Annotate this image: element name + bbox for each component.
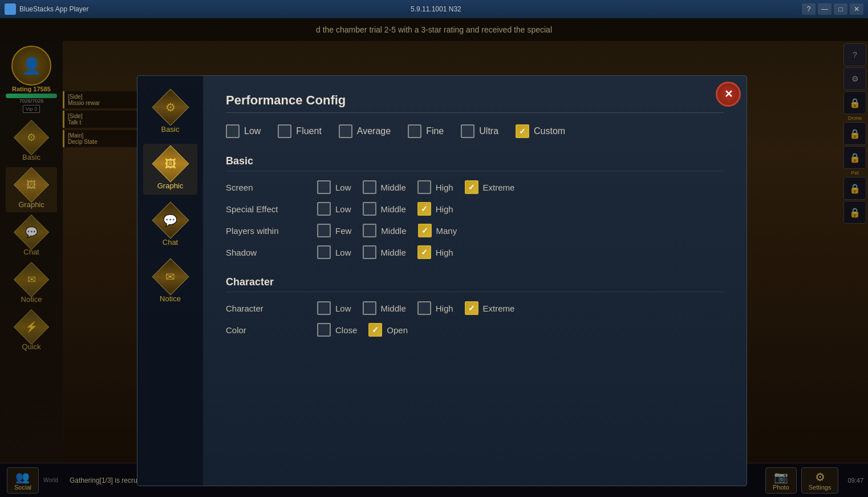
ch-low-checkbox[interactable] <box>317 301 331 315</box>
preset-low[interactable]: Low <box>226 124 261 138</box>
ch-middle-checkbox[interactable] <box>363 301 376 315</box>
preset-row: Low Fluent Average Fine Ultra <box>226 124 724 138</box>
preset-average[interactable]: Average <box>339 124 391 138</box>
sh-high-label: High <box>436 248 453 257</box>
modal-notice-label: Notice <box>160 294 181 303</box>
modal-nav-basic[interactable]: ⚙ Basic <box>143 87 197 138</box>
sh-high[interactable]: ✓ High <box>417 245 453 259</box>
preset-fluent[interactable]: Fluent <box>278 124 321 138</box>
preset-fluent-label: Fluent <box>296 126 321 136</box>
preset-fine-checkbox[interactable] <box>408 124 421 138</box>
color-close-label: Close <box>335 325 357 335</box>
modal-graphic-label: Graphic <box>157 181 184 190</box>
color-open[interactable]: ✓ Open <box>368 323 408 337</box>
color-close-checkbox[interactable] <box>317 323 331 337</box>
ch-high-label: High <box>436 304 453 313</box>
screen-extreme-checkbox[interactable]: ✓ <box>465 180 478 194</box>
se-low[interactable]: Low <box>317 202 351 216</box>
modal-close-button[interactable]: ✕ <box>716 82 741 107</box>
ch-extreme-label: Extreme <box>483 304 515 313</box>
modal-graphic-icon: 🖼 <box>165 157 176 171</box>
se-low-label: Low <box>335 204 351 214</box>
screen-high-checkbox[interactable] <box>417 180 431 194</box>
ch-high-checkbox[interactable] <box>417 301 431 315</box>
checkmark-icon: ✓ <box>519 127 526 136</box>
ch-extreme[interactable]: ✓ Extreme <box>465 301 515 315</box>
app-title: BlueStacks App Player <box>19 5 411 13</box>
preset-custom-label: Custom <box>534 126 565 136</box>
ch-extreme-checkbox[interactable]: ✓ <box>465 301 478 315</box>
se-low-checkbox[interactable] <box>317 202 331 216</box>
pw-many-checkbox[interactable]: ✓ <box>418 224 432 237</box>
preset-fine-label: Fine <box>426 126 444 136</box>
preset-ultra-checkbox[interactable] <box>461 124 474 138</box>
modal-nav-chat[interactable]: 💬 Chat <box>143 200 197 251</box>
modal-nav-graphic[interactable]: 🖼 Graphic <box>143 144 197 195</box>
screen-extreme-label: Extreme <box>483 183 515 192</box>
help-button[interactable]: ? <box>802 3 816 15</box>
modal-overlay[interactable]: ✕ ⚙ Basic 🖼 Graphic 💬 <box>0 18 868 497</box>
pw-few[interactable]: Few <box>317 224 351 237</box>
se-high-checkbox[interactable]: ✓ <box>417 202 431 216</box>
checkmark-icon: ✓ <box>468 304 475 313</box>
preset-custom-checkbox[interactable]: ✓ <box>516 124 529 138</box>
sh-low-checkbox[interactable] <box>317 245 331 259</box>
checkmark-icon: ✓ <box>372 325 379 334</box>
se-high[interactable]: ✓ High <box>417 202 453 216</box>
shadow-config-row: Shadow Low Middle ✓ <box>226 245 724 259</box>
preset-ultra[interactable]: Ultra <box>461 124 498 138</box>
color-open-checkbox[interactable]: ✓ <box>368 323 382 337</box>
character-quality-label: Character <box>226 304 317 313</box>
preset-fine[interactable]: Fine <box>408 124 444 138</box>
basic-section: Basic Screen Low Middle <box>226 155 724 259</box>
players-within-config-row: Players within Few Middle ✓ <box>226 224 724 237</box>
ch-low[interactable]: Low <box>317 301 351 315</box>
pw-many[interactable]: ✓ Many <box>418 224 457 237</box>
modal-nav-notice[interactable]: ✉ Notice <box>143 257 197 308</box>
sh-middle-checkbox[interactable] <box>363 245 376 259</box>
basic-section-title: Basic <box>226 155 724 171</box>
sh-high-checkbox[interactable]: ✓ <box>417 245 431 259</box>
modal-content: Performance Config Low Fluent Average <box>203 76 747 486</box>
screen-low[interactable]: Low <box>317 180 351 194</box>
ch-high[interactable]: High <box>417 301 453 315</box>
checkmark-icon: ✓ <box>421 226 428 235</box>
ch-middle[interactable]: Middle <box>363 301 406 315</box>
screen-options: Low Middle High ✓ <box>317 180 514 194</box>
pw-middle[interactable]: Middle <box>363 224 406 237</box>
screen-high[interactable]: High <box>417 180 453 194</box>
screen-low-label: Low <box>335 183 351 192</box>
pw-middle-checkbox[interactable] <box>363 224 376 237</box>
modal-chat-label: Chat <box>163 238 178 247</box>
modal-chat-diamond: 💬 <box>155 205 186 236</box>
close-button[interactable]: ✕ <box>850 3 863 15</box>
color-label: Color <box>226 325 317 335</box>
preset-low-label: Low <box>244 126 261 136</box>
pw-few-checkbox[interactable] <box>317 224 331 237</box>
screen-extreme[interactable]: ✓ Extreme <box>465 180 515 194</box>
sh-low[interactable]: Low <box>317 245 351 259</box>
checkmark-icon: ✓ <box>468 183 475 192</box>
screen-middle-checkbox[interactable] <box>363 180 376 194</box>
preset-ultra-label: Ultra <box>479 126 498 136</box>
preset-fluent-checkbox[interactable] <box>278 124 291 138</box>
shadow-options: Low Middle ✓ High <box>317 245 453 259</box>
screen-low-checkbox[interactable] <box>317 180 331 194</box>
minimize-button[interactable]: — <box>818 3 832 15</box>
color-close[interactable]: Close <box>317 323 357 337</box>
se-middle-checkbox[interactable] <box>363 202 376 216</box>
preset-average-checkbox[interactable] <box>339 124 352 138</box>
pw-few-label: Few <box>335 226 351 236</box>
special-effect-config-row: Special Effect Low Middle ✓ <box>226 202 724 216</box>
sh-middle[interactable]: Middle <box>363 245 406 259</box>
color-config-row: Color Close ✓ Open <box>226 323 724 337</box>
preset-low-checkbox[interactable] <box>226 124 240 138</box>
preset-custom[interactable]: ✓ Custom <box>516 124 565 138</box>
maximize-button[interactable]: □ <box>834 3 847 15</box>
screen-middle[interactable]: Middle <box>363 180 406 194</box>
ch-low-label: Low <box>335 304 351 313</box>
sh-low-label: Low <box>335 248 351 257</box>
screen-label: Screen <box>226 183 317 192</box>
se-middle[interactable]: Middle <box>363 202 406 216</box>
performance-config-modal: ✕ ⚙ Basic 🖼 Graphic 💬 <box>137 75 747 486</box>
